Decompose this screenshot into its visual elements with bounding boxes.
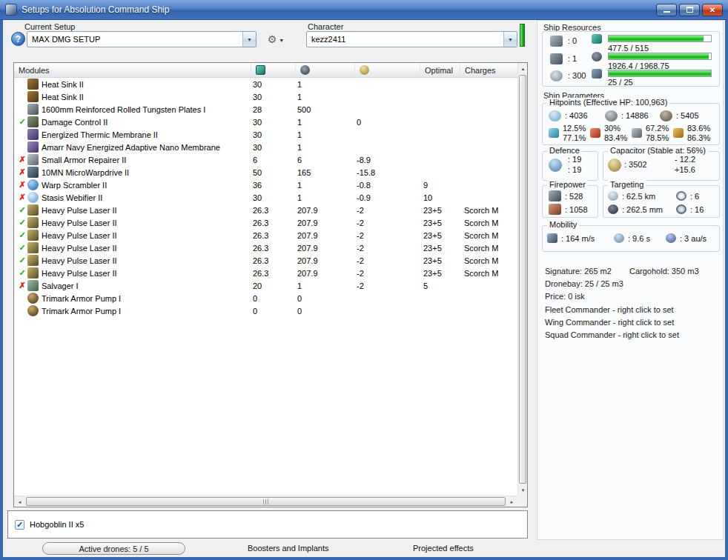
explosive-resist-bottom: 86.3% [687,133,710,143]
cell-powergrid: 207.9 [296,244,355,253]
fleet-commander-setter[interactable]: Fleet Commander - right click to set [545,305,674,314]
module-name: 10MN MicroWarpdrive II [39,168,129,177]
column-powergrid[interactable] [296,63,355,77]
chevron-down-icon[interactable] [242,32,256,47]
drone-item-label[interactable]: Hobgoblin II x5 [30,520,84,529]
help-button[interactable]: ? [11,32,25,46]
cell-powergrid: 0 [296,307,355,316]
module-row[interactable]: Amarr Navy Energized Adaptive Nano Membr… [14,141,517,153]
module-row[interactable]: Trimark Armor Pump I 0 0 [14,292,517,304]
wing-commander-setter[interactable]: Wing Commander - right click to set [545,318,674,327]
em-resistance-icon [549,128,559,138]
mobility-title: Mobility [547,220,579,229]
hull-icon [660,110,672,121]
boosters-implants-header[interactable]: Boosters and Implants [248,544,328,553]
module-cell: ✗ Small Armor Repairer II [14,154,251,165]
module-row[interactable]: ✓ Heavy Pulse Laser II 26.3 207.9 -2 23+… [14,204,517,216]
modules-table-body: Heat Sink II 30 1 Heat Sink II 30 1 1600… [14,78,517,496]
maximize-button[interactable] [679,4,700,16]
module-row[interactable]: Energized Thermic Membrane II 30 1 [14,128,517,141]
module-cell: ✓ Heavy Pulse Laser II [14,204,251,216]
module-row[interactable]: ✗ Small Armor Repairer II 6 6 -8.9 [14,153,517,166]
module-cell: ✗ Warp Scrambler II [14,179,251,190]
horizontal-scrollbar[interactable] [14,496,517,507]
cell-optimal: 23+5 [420,244,460,253]
module-row[interactable]: 1600mm Reinforced Rolled Tungsten Plates… [14,103,517,116]
module-row[interactable]: ✓ Heavy Pulse Laser II 26.3 207.9 -2 23+… [14,229,517,241]
damage-control-icon [27,116,39,127]
module-row[interactable]: ✗ Stasis Webifier II 30 1 -0.9 10 [14,191,517,204]
cpu-icon [256,65,265,75]
character-skills-indicator [520,24,525,47]
price-text: Price: 0 isk [545,292,585,301]
cell-capacitor: -2 [355,281,420,290]
module-row[interactable]: ✓ Heavy Pulse Laser II 26.3 207.9 -2 23+… [14,267,517,279]
setup-tools-button[interactable] [261,32,291,47]
cell-cpu: 26.3 [251,206,296,215]
module-name: Damage Control II [39,118,107,127]
vertical-scrollbar[interactable] [517,63,527,496]
module-row[interactable]: Heat Sink II 30 1 [14,78,517,90]
microwarpdrive-icon [27,167,39,178]
stasis-webifier-icon [27,192,39,203]
column-cpu[interactable] [251,63,296,77]
column-charges[interactable]: Charges [460,63,517,77]
column-modules[interactable]: Modules [14,63,251,77]
chevron-down-icon[interactable] [503,32,517,47]
module-name: Trimark Armor Pump I [39,294,121,303]
horizontal-scroll-thumb[interactable] [26,497,506,506]
defence-icon [549,159,562,172]
module-row[interactable]: ✓ Heavy Pulse Laser II 26.3 207.9 -2 23+… [14,254,517,267]
module-cell: Heat Sink II [14,91,251,102]
scroll-down-button[interactable] [518,484,528,496]
align-time-icon [614,233,624,243]
module-status-icon: ✗ [17,167,27,177]
title-bar[interactable]: Setups for Absolution Command Ship [0,0,728,20]
weapon-dps-icon [549,190,561,201]
setup-combobox[interactable]: MAX DMG SETUP [27,31,257,47]
cell-powergrid: 207.9 [296,256,355,265]
cell-powergrid: 1 [296,143,355,152]
armor-icon [605,110,618,121]
defence-box: Defence : 19 : 19 [542,151,598,181]
scroll-up-button[interactable] [518,63,528,74]
defence-title: Defence [547,146,582,155]
salvager-icon [27,280,39,291]
module-row[interactable]: ✓ Heavy Pulse Laser II 26.3 207.9 -2 23+… [14,216,517,229]
module-row[interactable]: ✗ Salvager I 20 1 -2 5 [14,279,517,292]
cell-powergrid: 207.9 [296,269,355,278]
squad-commander-setter[interactable]: Squad Commander - right click to set [545,330,679,339]
module-row[interactable]: ✗ Warp Scrambler II 36 1 -0.8 9 [14,179,517,191]
module-cell: ✗ Salvager I [14,280,251,291]
mobility-box: Mobility : 164 m/s : 9.6 s : 3 au/s [542,225,720,252]
cell-cpu: 36 [251,181,296,190]
module-row[interactable]: ✗ 10MN MicroWarpdrive II 50 165 -15.8 [14,166,517,179]
active-drones-label: Active drones: 5 / 5 [79,544,148,553]
close-button[interactable] [702,4,723,16]
scroll-right-button[interactable] [506,496,517,507]
cell-cpu: 0 [251,294,296,303]
targeting-box: Targeting : 62.5 km : 6 : 262.5 mm : 16 [603,185,720,218]
module-row[interactable]: Heat Sink II 30 1 [14,90,517,103]
max-velocity-icon [547,233,557,243]
module-row[interactable]: Trimark Armor Pump I 0 0 [14,304,517,317]
drone-checkbox[interactable]: ✓ [15,520,24,530]
projected-effects-header[interactable]: Projected effects [413,544,474,553]
module-row[interactable]: ✓ Damage Control II 30 1 0 [14,116,517,128]
column-capacitor[interactable] [355,63,420,77]
cell-cpu: 28 [251,105,296,114]
module-status-icon: ✓ [17,230,27,240]
modules-table-header: Modules Optimal Charges [14,63,517,78]
vertical-scroll-thumb[interactable] [519,75,526,484]
minimize-button[interactable] [656,4,677,16]
pulse-laser-icon [27,230,39,241]
module-cell: ✓ Heavy Pulse Laser II [14,267,251,279]
module-row[interactable]: ✓ Heavy Pulse Laser II 26.3 207.9 -2 23+… [14,241,517,254]
active-drones-header[interactable]: Active drones: 5 / 5 [42,542,185,555]
capacitor-usage: - 12.2 [675,155,695,164]
armor-hp-value: : 14886 [621,111,649,121]
column-optimal[interactable]: Optimal [420,63,460,77]
module-name: Salvager I [39,281,79,290]
character-combobox[interactable]: kezz2411 [306,31,517,47]
scroll-left-button[interactable] [14,496,25,507]
